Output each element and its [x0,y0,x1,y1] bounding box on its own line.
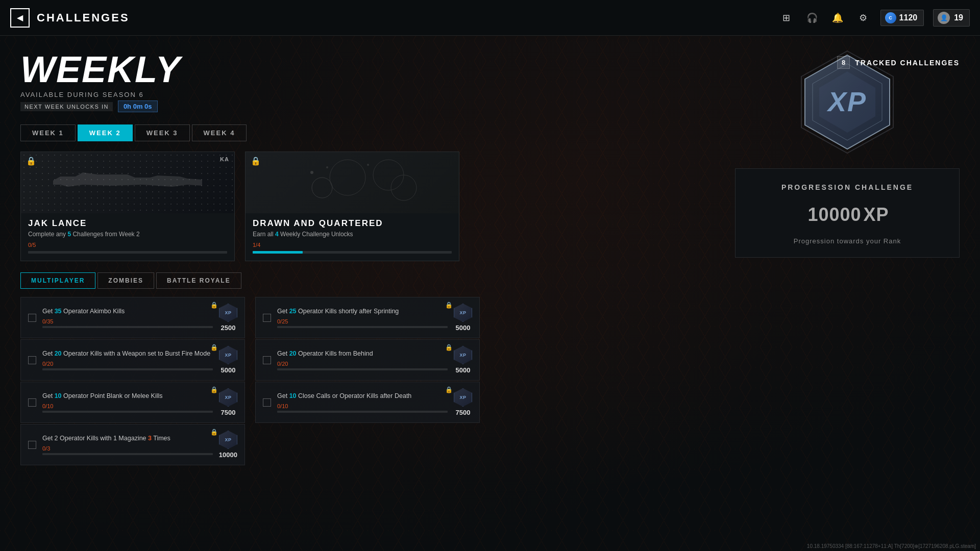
card-desc-jak: Complete any 5 Challenges from Week 2 [28,231,227,238]
ch-bar-6 [277,368,448,370]
xp-badge-4: XP [219,431,237,449]
svg-point-3 [373,160,404,190]
lock-icon-3: 🔒 [210,386,218,393]
xp-reward-1: XP 2500 [219,304,237,332]
svg-point-4 [312,178,332,198]
tab-multiplayer[interactable]: MULTIPLAYER [20,272,95,289]
challenge-info-5: Get 25 Operator Kills shortly after Spri… [277,307,448,328]
card-overlay-dq [246,152,459,213]
challenge-item-5: 🔒 Get 25 Operator Kills shortly after Sp… [255,297,480,338]
tab-week-1[interactable]: WEEK 1 [20,124,76,141]
level-value: 19 [954,13,963,22]
grid-icon[interactable]: ⊞ [778,10,795,26]
challenge-columns: 🔒 Get 35 Operator Akimbo Kills 0/35 [20,297,480,465]
bottom-section: MULTIPLAYER ZOMBIES BATTLE ROYALE 🔒 Get … [20,272,960,465]
ch-progress-5: 0/25 [277,318,448,324]
challenge-info-2: Get 20 Operator Kills with a Weapon set … [42,349,213,370]
challenge-item-1: 🔒 Get 35 Operator Akimbo Kills 0/35 [20,297,245,338]
unlock-timer: 0h 0m 0s [118,101,158,112]
card-progress-fill-dq [253,251,303,254]
card-progress-text-jak: 0/5 [28,242,227,248]
challenge-checkbox-5[interactable] [263,314,271,322]
challenge-text-4: Get 2 Operator Kills with 1 Magazine 3 T… [42,434,213,443]
xp-amount-4: 10000 [219,451,237,459]
back-icon: ◀ [17,13,23,22]
challenge-item-6: 🔒 Get 20 Operator Kills from Behind 0/20 [255,339,480,381]
challenge-checkbox-6[interactable] [263,356,271,364]
ch-bar-5 [277,326,448,328]
xp-amount-1: 2500 [221,324,236,332]
challenge-checkbox-2[interactable] [28,356,36,364]
lock-icon-2: 🔒 [210,344,218,351]
xp-badge-6: XP [454,346,472,364]
challenge-column-left: 🔒 Get 35 Operator Akimbo Kills 0/35 [20,297,245,465]
tab-week-4[interactable]: WEEK 4 [192,124,247,141]
xp-reward-2: XP 5000 [219,346,237,374]
xp-amount-2: 5000 [221,366,236,374]
xp-reward-3: XP 7500 [219,388,237,416]
xp-reward-5: XP 5000 [454,304,472,332]
challenge-card-drawn: 🔒 DRAWN AND QUARTERED Earn all 4 Weekly … [245,152,459,261]
card-progress-text-dq: 1/4 [253,242,452,248]
card-desc-dq: Earn all 4 Weekly Challenge Unlocks [253,231,452,238]
tab-battle-royale[interactable]: BATTLE ROYALE [156,272,241,289]
headset-icon[interactable]: 🎧 [804,10,820,26]
xp-badge-3: XP [219,388,237,407]
challenge-text-6: Get 20 Operator Kills from Behind [277,349,448,359]
xp-amount-6: 5000 [456,366,471,374]
challenge-item-3: 🔒 Get 10 Operator Point Blank or Melee K… [20,382,245,423]
currency-badge[interactable]: C 1120 [880,10,924,26]
ch-progress-3: 0/10 [42,403,213,409]
challenge-text-2: Get 20 Operator Kills with a Weapon set … [42,349,213,359]
challenge-text-3: Get 10 Operator Point Blank or Melee Kil… [42,392,213,401]
tracked-count-badge: 8 [837,56,850,69]
tab-week-2[interactable]: WEEK 2 [78,124,133,141]
challenge-item-2: 🔒 Get 20 Operator Kills with a Weapon se… [20,339,245,381]
svg-point-6 [310,171,313,174]
footer-debug: 10.18.19750334 [88:167:11278+11:A] Th[72… [803,541,980,551]
page-header-title: CHALLENGES [37,11,130,24]
card-overlay [21,152,234,213]
debug-text: 10.18.19750334 [88:167:11278+11:A] Th[72… [807,543,976,549]
available-label: AVAILABLE DURING SEASON 6 [20,91,181,98]
ch-progress-6: 0/20 [277,361,448,367]
header: ◀ CHALLENGES ⊞ 🎧 🔔 ⚙ C 1120 👤 19 [0,0,980,36]
notification-icon[interactable]: 🔔 [829,10,846,26]
level-badge[interactable]: 👤 19 [933,9,970,27]
season-info: AVAILABLE DURING SEASON 6 NEXT WEEK UNLO… [20,91,181,112]
xp-badge-7: XP [454,388,472,407]
tracked-challenges-button[interactable]: 8 TRACKED CHALLENGES [837,56,960,69]
ch-bar-4 [42,453,213,455]
challenge-checkbox-7[interactable] [263,398,271,407]
challenge-checkbox-1[interactable] [28,314,36,322]
challenge-text-7: Get 10 Close Calls or Operator Kills aft… [277,392,448,401]
challenge-info-4: Get 2 Operator Kills with 1 Magazine 3 T… [42,434,213,455]
svg-point-8 [367,164,369,166]
challenge-card-jak-lance: 🔒 KA JAK LANCE Complete any 5 Challenges… [20,152,235,261]
xp-amount-7: 7500 [456,409,471,416]
card-progress-bar-jak [28,251,227,254]
xp-badge-1: XP [219,304,237,322]
tab-week-3[interactable]: WEEK 3 [135,124,190,141]
unlock-label: NEXT WEEK UNLOCKS IN [20,102,113,111]
lock-icon-5: 🔒 [445,302,453,309]
page-header: WEEKLY AVAILABLE DURING SEASON 6 NEXT WE… [20,51,960,112]
ch-progress-2: 0/20 [42,361,213,367]
card-title-dq: DRAWN AND QUARTERED [253,218,452,229]
xp-reward-6: XP 5000 [454,346,472,374]
challenge-checkbox-3[interactable] [28,398,36,407]
ch-progress-4: 0/3 [42,445,213,452]
challenge-column-right: 🔒 Get 25 Operator Kills shortly after Sp… [255,297,480,465]
ch-bar-2 [42,368,213,370]
currency-amount: 1120 [899,13,918,22]
settings-icon[interactable]: ⚙ [855,10,871,26]
back-button[interactable]: ◀ [10,8,30,28]
card-image-dq: 🔒 [246,152,459,213]
tab-zombies[interactable]: ZOMBIES [97,272,154,289]
ch-progress-7: 0/10 [277,403,448,409]
card-info-dq: DRAWN AND QUARTERED Earn all 4 Weekly Ch… [246,213,459,261]
challenge-cards: 🔒 KA JAK LANCE Complete any 5 Challenges… [20,152,960,261]
ch-bar-1 [42,326,213,328]
challenge-checkbox-4[interactable] [28,441,36,449]
lock-icon-6: 🔒 [445,344,453,351]
